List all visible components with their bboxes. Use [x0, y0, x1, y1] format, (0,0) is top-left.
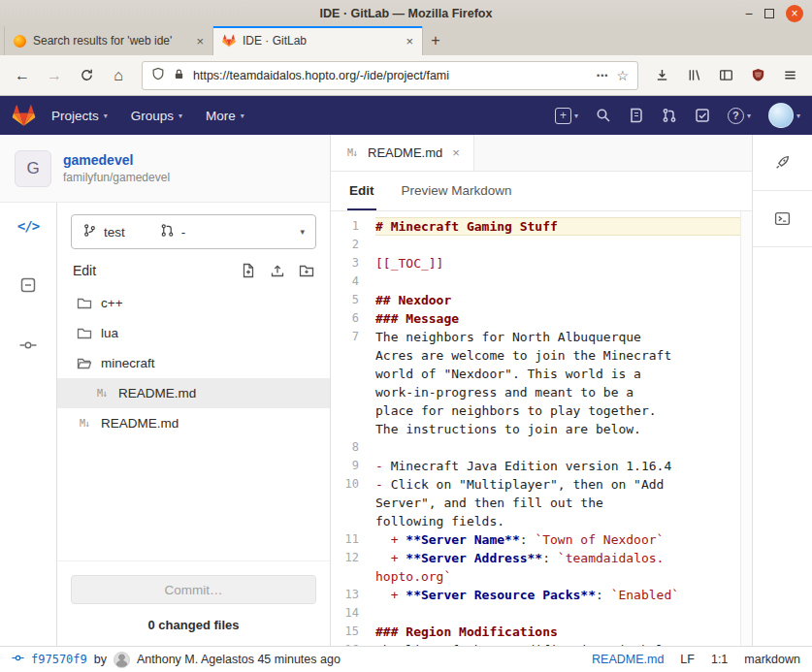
tree-item[interactable]: minecraft: [57, 348, 330, 378]
code-editor[interactable]: 1# Minecraft Gaming Stuff23[[_TOC_]]45##…: [331, 211, 740, 646]
markdown-file-icon: M↓: [94, 388, 110, 399]
browser-tab-search[interactable]: Search results for 'web ide' ×: [4, 26, 213, 55]
editor-line: 10- Click on "Multiplayer", then on "Add: [331, 475, 740, 494]
nav-menu-more[interactable]: More▾: [206, 109, 244, 123]
code-text[interactable]: + **Server Address**: `teamdaidalos.: [375, 549, 740, 567]
tree-item[interactable]: M↓README.md: [57, 408, 330, 438]
tree-item[interactable]: M↓README.md: [57, 378, 330, 408]
terminal-rail-button[interactable]: [753, 191, 812, 247]
markdown-file-icon: M↓: [344, 147, 360, 158]
close-window-button[interactable]: ×: [786, 5, 803, 22]
reload-button[interactable]: [72, 62, 101, 89]
code-text[interactable]: ### Message: [375, 309, 740, 328]
gitlab-tanuki-logo[interactable]: [12, 104, 36, 127]
todos-icon[interactable]: [695, 108, 710, 123]
line-number: 11: [331, 530, 375, 549]
code-text[interactable]: The neighbors for North Albuquerque: [375, 328, 740, 346]
tab-edit[interactable]: Edit: [347, 172, 376, 210]
status-file-link[interactable]: README.md: [592, 653, 664, 666]
commit-button[interactable]: Commit…: [71, 575, 316, 604]
folder-icon: [77, 326, 92, 341]
new-dropdown-button[interactable]: +▾: [555, 108, 578, 124]
chevron-down-icon: ▾: [574, 112, 578, 120]
edit-mode-icon[interactable]: </>: [17, 218, 39, 234]
line-number: 13: [331, 586, 375, 604]
code-text[interactable]: - Minecraft Java Edition version 1.16.4: [375, 457, 740, 475]
branch-name: test: [104, 225, 125, 240]
code-text[interactable]: The instructions to join are below.: [375, 420, 740, 438]
code-text[interactable]: [[_TOC_]]: [375, 254, 740, 272]
nav-menu-groups[interactable]: Groups▾: [131, 109, 182, 123]
back-button[interactable]: ←: [8, 62, 37, 89]
lock-icon[interactable]: [173, 67, 185, 84]
sidebars-icon[interactable]: [711, 62, 740, 89]
hamburger-menu-icon[interactable]: [775, 62, 804, 89]
tab-close-icon[interactable]: ×: [196, 34, 204, 48]
code-text[interactable]: [375, 604, 740, 623]
commit-section: Commit… 0 changed files: [57, 560, 330, 646]
tab-close-icon[interactable]: ×: [406, 34, 413, 48]
project-name-link[interactable]: gamedevel: [63, 152, 170, 168]
tab-label: IDE · GitLab: [243, 34, 399, 48]
code-text[interactable]: hopto.org`: [375, 567, 740, 586]
editor-line: 1# Minecraft Gaming Stuff: [331, 217, 740, 236]
editor-line: work-in-progress and meant to be a: [331, 383, 740, 401]
close-file-icon[interactable]: ×: [452, 145, 460, 160]
code-text[interactable]: world of "Nexdoor". This world is a: [375, 365, 740, 383]
tab-preview-markdown[interactable]: Preview Markdown: [400, 172, 514, 210]
project-avatar: G: [15, 150, 51, 187]
branch-selector[interactable]: test - ▾: [71, 214, 316, 249]
code-text[interactable]: Server", and then fill out the: [375, 494, 740, 512]
new-folder-icon[interactable]: [299, 263, 314, 278]
latest-commit-sha-link[interactable]: f97570f9: [31, 653, 87, 666]
line-number: 7: [331, 328, 375, 346]
library-icon[interactable]: [679, 62, 708, 89]
code-text[interactable]: # Minecraft Gaming Stuff: [375, 217, 740, 236]
new-file-icon[interactable]: [241, 263, 256, 278]
upload-file-icon[interactable]: [270, 263, 285, 278]
downloads-icon[interactable]: [647, 62, 676, 89]
code-text[interactable]: + **Server Resource Packs**: `Enabled`: [375, 586, 740, 604]
line-number: 5: [331, 291, 375, 309]
code-text[interactable]: Acres are welcome to join the Minecraft: [375, 346, 740, 365]
new-tab-button[interactable]: +: [423, 28, 448, 53]
nav-menu-projects[interactable]: Projects▾: [51, 109, 108, 123]
pipelines-rail-button[interactable]: [753, 135, 812, 191]
bookmark-star-icon[interactable]: ☆: [616, 68, 629, 83]
maximize-button[interactable]: [764, 9, 774, 18]
code-text[interactable]: ### Region Modifications: [375, 623, 740, 641]
forward-button[interactable]: →: [40, 62, 69, 89]
tree-item[interactable]: lua: [57, 318, 330, 348]
url-bar[interactable]: https://teamdaidalos.hopto.org/-/ide/pro…: [142, 61, 638, 90]
help-dropdown-button[interactable]: ?▾: [728, 108, 751, 124]
code-text[interactable]: - Click on "Multiplayer", then on "Add: [375, 475, 740, 494]
issues-icon[interactable]: [629, 108, 644, 123]
line-number: 12: [331, 549, 375, 567]
code-text[interactable]: following fields.: [375, 512, 740, 530]
file-tab-readme[interactable]: M↓ README.md ×: [331, 135, 474, 171]
merge-requests-icon[interactable]: [662, 108, 677, 123]
browser-tab-gitlab[interactable]: IDE · GitLab ×: [213, 26, 423, 55]
tree-item[interactable]: c++: [57, 288, 330, 318]
search-icon[interactable]: [596, 108, 611, 123]
code-text[interactable]: [375, 438, 740, 457]
review-mode-icon[interactable]: [19, 276, 37, 294]
code-text[interactable]: [375, 272, 740, 291]
editor-line: 8: [331, 438, 740, 457]
home-button[interactable]: ⌂: [104, 62, 133, 89]
line-number: [331, 567, 375, 586]
code-text[interactable]: place for neighbors to play together.: [375, 401, 740, 420]
ublock-origin-icon[interactable]: [743, 62, 772, 89]
editor-scrollbar[interactable]: [740, 211, 752, 646]
commit-mode-icon[interactable]: [19, 336, 37, 354]
user-menu-button[interactable]: ▾: [768, 103, 800, 128]
code-text[interactable]: ## Nexdoor: [375, 291, 740, 309]
code-text[interactable]: + **Server Name**: `Town of Nexdoor`: [375, 530, 740, 549]
terminal-icon: [774, 210, 791, 227]
line-number: [331, 383, 375, 401]
minimize-button[interactable]: −: [745, 7, 753, 20]
code-text[interactable]: [375, 236, 740, 254]
page-actions-icon[interactable]: •••: [597, 71, 608, 80]
tracking-protection-shield-icon[interactable]: [151, 67, 165, 84]
code-text[interactable]: work-in-progress and meant to be a: [375, 383, 740, 401]
